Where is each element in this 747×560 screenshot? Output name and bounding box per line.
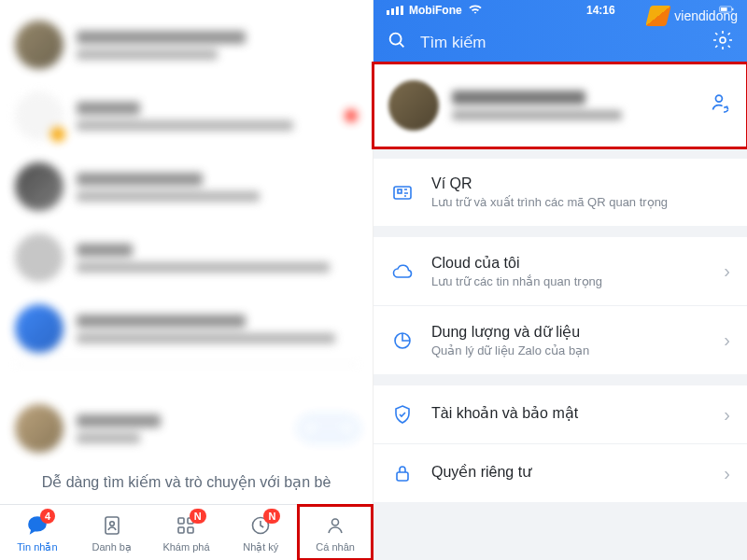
profile-subtitle — [452, 110, 622, 120]
menu-title: Ví QR — [431, 175, 730, 192]
nav-label: Cá nhân — [316, 541, 355, 553]
gear-icon[interactable] — [712, 29, 734, 55]
chevron-right-icon: › — [724, 260, 730, 282]
svg-point-13 — [715, 95, 722, 102]
menu-title: Cloud của tôi — [431, 254, 707, 272]
svg-rect-17 — [397, 472, 408, 481]
person-icon — [322, 512, 348, 539]
svg-rect-14 — [394, 187, 411, 199]
search-bar[interactable]: Tìm kiếm — [374, 21, 747, 63]
chevron-right-icon: › — [724, 404, 730, 426]
menu-qr-wallet[interactable]: Ví QR Lưu trữ và xuất trình các mã QR qu… — [374, 159, 747, 226]
watermark: viendidong — [648, 6, 738, 26]
chevron-right-icon: › — [724, 463, 730, 484]
pie-chart-icon — [390, 329, 415, 353]
svg-point-1 — [109, 521, 114, 525]
lock-icon — [390, 461, 415, 485]
svg-rect-15 — [398, 189, 402, 193]
avatar — [388, 80, 439, 131]
svg-rect-5 — [188, 527, 193, 533]
badge-count: 4 — [40, 509, 55, 524]
profile-row[interactable] — [374, 63, 747, 147]
svg-point-12 — [720, 37, 726, 43]
menu-my-cloud[interactable]: Cloud của tôi Lưu trữ các tin nhắn quan … — [374, 237, 747, 306]
nav-discover[interactable]: Khám phá N — [149, 505, 224, 560]
nav-messages[interactable]: Tin nhắn 4 — [0, 505, 75, 560]
profile-name — [452, 91, 585, 105]
chat-item[interactable] — [0, 151, 373, 222]
menu-title: Quyền riêng tư — [431, 463, 707, 481]
menu-subtitle: Lưu trữ và xuất trình các mã QR quan trọ… — [431, 195, 730, 209]
chat-list[interactable]: ——— — [0, 0, 373, 464]
menu-subtitle: Lưu trữ các tin nhắn quan trọng — [431, 274, 707, 288]
watermark-logo-icon — [646, 6, 671, 26]
chat-item[interactable] — [0, 9, 373, 80]
badge-new: N — [263, 509, 280, 524]
nav-label: Danh bạ — [92, 541, 131, 553]
chat-item[interactable]: ——— — [0, 393, 373, 464]
avatar — [15, 233, 63, 282]
svg-point-11 — [390, 34, 402, 45]
action-pill[interactable]: ——— — [300, 417, 358, 440]
search-input[interactable]: Tìm kiếm — [420, 33, 698, 52]
nav-personal[interactable]: Cá nhân — [298, 505, 373, 560]
chat-item[interactable] — [0, 222, 373, 293]
avatar — [15, 91, 63, 140]
menu-security[interactable]: Tài khoản và bảo mật › — [374, 385, 747, 444]
search-icon — [387, 30, 407, 54]
messages-screen: ——— Dễ dàng tìm kiếm và trò chuyện với b… — [0, 0, 374, 560]
chat-item[interactable] — [0, 293, 373, 364]
menu-privacy[interactable]: Quyền riêng tư › — [374, 444, 747, 502]
menu-title: Tài khoản và bảo mật — [431, 404, 707, 422]
svg-rect-4 — [178, 527, 184, 533]
contacts-icon — [99, 512, 125, 539]
nav-label: Khám phá — [162, 541, 209, 553]
svg-rect-2 — [178, 518, 184, 524]
signal-icon — [387, 6, 403, 15]
wifi-icon — [468, 4, 483, 18]
watermark-text: viendidong — [674, 8, 738, 23]
personal-screen: viendidong MobiFone 14:16 Tìm kiếm — [374, 0, 747, 560]
cloud-icon — [390, 259, 415, 284]
menu-subtitle: Quản lý dữ liệu Zalo của bạn — [431, 343, 707, 357]
avatar — [15, 304, 63, 353]
avatar — [15, 404, 63, 453]
svg-point-7 — [332, 519, 339, 525]
switch-account-icon[interactable] — [708, 91, 732, 119]
chevron-right-icon: › — [724, 329, 730, 351]
menu-storage[interactable]: Dung lượng và dữ liệu Quản lý dữ liệu Za… — [374, 306, 747, 374]
chat-item[interactable] — [0, 80, 373, 151]
qr-icon — [390, 180, 415, 204]
shield-icon — [390, 402, 415, 427]
avatar — [15, 21, 63, 69]
avatar — [15, 162, 63, 211]
nav-label: Nhật ký — [243, 541, 278, 553]
nav-label: Tin nhắn — [17, 541, 57, 553]
hint-text: Dễ dàng tìm kiếm và trò chuyện với bạn b… — [0, 464, 373, 504]
nav-contacts[interactable]: Danh bạ — [75, 505, 149, 560]
carrier-label: MobiFone — [409, 4, 462, 17]
menu-title: Dung lượng và dữ liệu — [431, 323, 707, 341]
nav-diary[interactable]: Nhật ký N — [223, 505, 298, 560]
bottom-nav: Tin nhắn 4 Danh bạ Khám phá N Nhật ký N — [0, 504, 373, 560]
clock: 14:16 — [586, 4, 615, 17]
badge-new: N — [190, 509, 206, 524]
